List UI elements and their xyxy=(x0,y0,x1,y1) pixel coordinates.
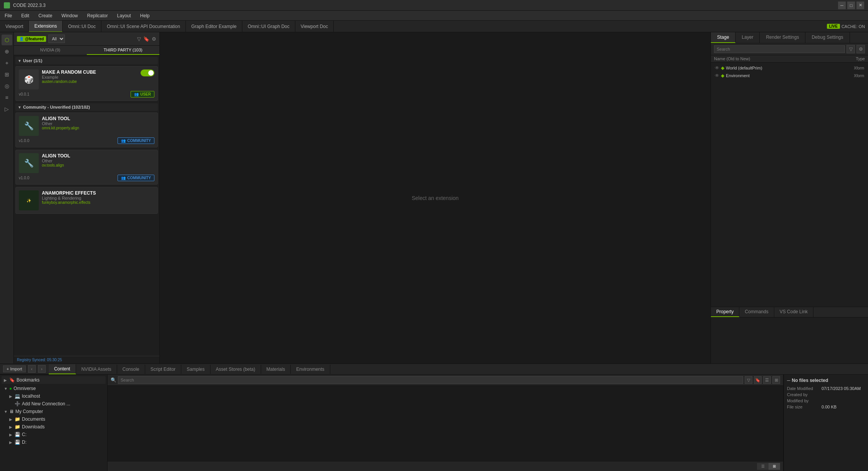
content-tab-script[interactable]: Script Editor xyxy=(145,365,181,374)
env-item-type: Xform xyxy=(854,74,864,78)
user-badge[interactable]: 👤 @featured xyxy=(17,36,46,42)
left-icon-menu[interactable]: ≡ xyxy=(2,92,12,103)
ext-card-header-align-2: 🔧 ALIGN TOOL Other ov.tools.align xyxy=(19,153,154,173)
tab-omniui-doc[interactable]: Omni::UI Doc xyxy=(63,21,101,32)
community-section-header[interactable]: ▼ Community - Unverified (102/102) xyxy=(15,103,158,111)
ext-toggle[interactable] xyxy=(141,69,154,76)
tree-bookmarks[interactable]: ▶ 🔖 Bookmarks xyxy=(2,376,106,384)
menu-window[interactable]: Window xyxy=(60,12,80,19)
menu-edit[interactable]: Edit xyxy=(20,12,31,19)
badge-icon-1: 👥 xyxy=(121,139,126,143)
tree-downloads[interactable]: ▶ 📁 Downloads xyxy=(2,423,106,431)
stage-item-environment[interactable]: 👁 ◆ Environment Xform xyxy=(712,72,866,79)
chevron-icon-community: ▼ xyxy=(18,105,22,109)
sort-type-label: Type xyxy=(856,56,865,61)
grid-view-btn[interactable]: ⊞ xyxy=(769,463,780,470)
tree-add-connection[interactable]: ➕ Add New Connection ... xyxy=(2,400,106,408)
tree-my-computer[interactable]: ▼ 🖥 My Computer xyxy=(2,408,106,415)
prop-tab-commands[interactable]: Commands xyxy=(739,307,774,317)
list-view-btn[interactable]: ☰ xyxy=(757,463,769,470)
filter-icon[interactable]: ▽ xyxy=(137,36,141,42)
left-icon-cube[interactable]: ⬡ xyxy=(2,35,12,45)
file-size-value: 0.00 KB xyxy=(822,405,837,409)
file-info-created-by: Created by xyxy=(787,392,865,397)
version-align-2: v1.0.0 xyxy=(19,176,29,180)
user-section-header[interactable]: ▼ User (1/1) xyxy=(15,57,158,64)
stage-sort-icon[interactable]: ⚙ xyxy=(856,45,865,53)
maximize-button[interactable]: □ xyxy=(847,2,855,9)
ext-card-random-cube: 🎲 MAKE A RANDOM CUBE Example austen.rand… xyxy=(15,66,158,101)
menu-create[interactable]: Create xyxy=(37,12,54,19)
grid-btn[interactable]: ⊞ xyxy=(772,376,780,384)
tab-viewport-doc[interactable]: Viewport Doc xyxy=(295,21,334,32)
content-search-input[interactable] xyxy=(118,376,743,384)
community-badge-2: 👥 COMMUNITY xyxy=(118,175,154,181)
ext-card-header-align-1: 🔧 ALIGN TOOL Other omni.kit.property.ali… xyxy=(19,116,154,136)
filter-select[interactable]: All xyxy=(48,35,65,43)
stage-tab-debug[interactable]: Debug Settings xyxy=(805,32,850,43)
back-button[interactable]: ‹ xyxy=(28,365,36,373)
content-tab-environments[interactable]: Environments xyxy=(291,365,330,374)
world-item-name: World (defaultPrim) xyxy=(726,66,762,70)
content-tab-console[interactable]: Console xyxy=(117,365,145,374)
tree-omniverse[interactable]: ▼ ● Omniverse xyxy=(2,385,106,392)
stage-filter-icon[interactable]: ▽ xyxy=(846,45,855,53)
left-icon-play[interactable]: ▷ xyxy=(2,104,12,114)
stage-tab-render[interactable]: Render Settings xyxy=(760,32,805,43)
content-tab-nvidia[interactable]: NVIDIA Assets xyxy=(76,365,117,374)
import-button[interactable]: + Import xyxy=(3,365,26,372)
bookmark-icon[interactable]: 🔖 xyxy=(143,36,149,42)
prop-tab-property[interactable]: Property xyxy=(711,307,739,317)
prop-tab-vscode[interactable]: VS Code Link xyxy=(774,307,813,317)
content-tab-materials[interactable]: Materials xyxy=(261,365,291,374)
tab-viewport[interactable]: Viewport xyxy=(0,21,29,32)
filter-btn[interactable]: ▽ xyxy=(745,376,752,384)
ext-tab-nvidia[interactable]: NVIDIA (9) xyxy=(14,46,87,55)
stage-item-world[interactable]: 👁 ◆ World (defaultPrim) Xform xyxy=(712,64,866,72)
chevron-icon: ▼ xyxy=(18,59,22,63)
menu-replicator[interactable]: Replicator xyxy=(86,12,109,19)
ext-card-align-1: 🔧 ALIGN TOOL Other omni.kit.property.ali… xyxy=(15,112,158,147)
tab-graph-doc[interactable]: Omni::UI Graph Doc xyxy=(242,21,295,32)
content-tab-asset-stores[interactable]: Asset Stores (beta) xyxy=(210,365,261,374)
close-button[interactable]: ✕ xyxy=(856,2,864,9)
property-content xyxy=(711,317,868,364)
content-tab-samples[interactable]: Samples xyxy=(181,365,210,374)
forward-button[interactable]: › xyxy=(38,365,46,373)
tree-documents[interactable]: ▶ 📁 Documents xyxy=(2,415,106,423)
toggle-knob xyxy=(148,70,154,76)
tree-c-drive[interactable]: ▶ 💾 C: xyxy=(2,431,106,438)
menu-btn[interactable]: ☰ xyxy=(763,376,771,384)
view-toggle[interactable]: ☰ ⊞ xyxy=(757,463,780,470)
left-icon-add[interactable]: ⊕ xyxy=(2,46,12,57)
settings-icon[interactable]: ⚙ xyxy=(152,36,156,42)
stage-tab-stage[interactable]: Stage xyxy=(711,32,735,43)
left-icon-grid[interactable]: ⊞ xyxy=(2,69,12,80)
modified-by-label: Modified by xyxy=(787,398,822,403)
stage-tab-layer[interactable]: Layer xyxy=(735,32,760,43)
file-info-title: ─ No files selected xyxy=(787,378,865,383)
minimize-button[interactable]: ─ xyxy=(838,2,846,9)
badge-icon: 👥 xyxy=(134,92,139,96)
tree-localhost[interactable]: ▶ 💻 localhost xyxy=(2,392,106,400)
tab-graph-editor[interactable]: Graph Editor Example xyxy=(186,21,242,32)
tab-extensions[interactable]: Extensions xyxy=(29,21,63,32)
left-icon-target[interactable]: ⌖ xyxy=(2,58,12,68)
select-extension-text: Select an extension xyxy=(412,195,459,201)
ext-card-anamorphic: ✨ ANAMORPHIC EFFECTS Lighting & Renderin… xyxy=(15,187,158,214)
left-icon-circle[interactable]: ◎ xyxy=(2,81,12,91)
ext-id: austen.random.cube xyxy=(42,79,137,84)
tab-scene-api[interactable]: Omni::UI Scene API Documentation xyxy=(101,21,186,32)
ext-tab-thirdparty[interactable]: THIRD PARTY (103) xyxy=(87,46,160,55)
ext-card-header: 🎲 MAKE A RANDOM CUBE Example austen.rand… xyxy=(19,69,154,89)
content-tab-content[interactable]: Content xyxy=(49,364,76,374)
tree-d-drive[interactable]: ▶ 💾 D: xyxy=(2,438,106,446)
bookmark-btn[interactable]: 🔖 xyxy=(754,376,762,384)
stage-search-input[interactable] xyxy=(714,45,845,53)
menu-layout[interactable]: Layout xyxy=(116,12,133,19)
ext-icon-align-1: 🔧 xyxy=(19,116,39,136)
file-size-label: File size xyxy=(787,405,822,409)
file-info-modified-by: Modified by xyxy=(787,398,865,403)
menu-file[interactable]: File xyxy=(3,12,13,19)
menu-help[interactable]: Help xyxy=(139,12,151,19)
